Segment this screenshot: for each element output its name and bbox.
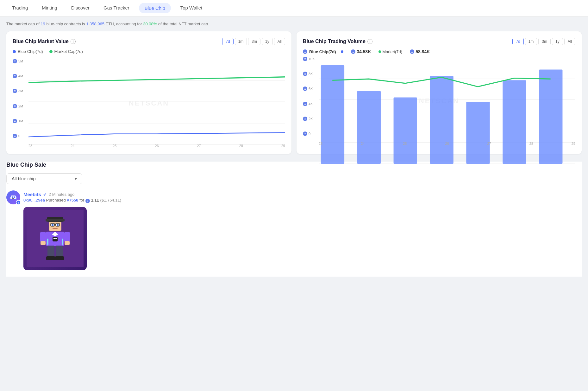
market-cap-description: The market cap of 19 blue-chip contracts… bbox=[6, 22, 582, 26]
vol-y-2k: Ξ2K bbox=[303, 117, 315, 121]
vol-x-26: 26 bbox=[445, 142, 449, 145]
trading-volume-filter-all[interactable]: All bbox=[564, 38, 575, 45]
trading-volume-y-axis: Ξ10K Ξ8K Ξ6K Ξ4K Ξ2K Ξ0 bbox=[303, 57, 315, 136]
trading-volume-filter-7d[interactable]: 7d bbox=[512, 38, 523, 45]
vol-blue-chip-value: 34.58K bbox=[357, 49, 371, 54]
market-value-filter-3m[interactable]: 3m bbox=[248, 38, 260, 45]
market-value-filter-7d[interactable]: 7d bbox=[222, 38, 233, 45]
filter-dropdown-label: All blue chip bbox=[12, 176, 36, 181]
sale-item: $ Meebits ✔ 2 Minutes ago 0x90...29ea Pu… bbox=[6, 190, 582, 270]
trading-volume-filter-1m[interactable]: 1m bbox=[525, 38, 537, 45]
svg-rect-16 bbox=[466, 102, 490, 164]
vol-x-29: 29 bbox=[572, 142, 575, 145]
vol-y-8k: Ξ8K bbox=[303, 72, 315, 76]
market-value-filter-1y[interactable]: 1y bbox=[262, 38, 273, 45]
token-id[interactable]: #7558 bbox=[67, 198, 78, 202]
y-label-4m: Ξ4M bbox=[13, 74, 23, 78]
verified-icon: ✔ bbox=[43, 192, 47, 197]
legend-dot-blue bbox=[13, 50, 16, 53]
wallet-address[interactable]: 0x90...29ea bbox=[23, 198, 45, 202]
svg-rect-17 bbox=[503, 80, 526, 164]
svg-rect-24 bbox=[12, 198, 14, 199]
trading-volume-chart-card: Blue Chip Trading Volume i 7d 1m 3m 1y A… bbox=[297, 31, 582, 154]
collection-name-row: Meebits ✔ 2 Minutes ago bbox=[23, 192, 121, 197]
legend-market-cap-label: Market Cap(7d) bbox=[54, 49, 83, 54]
nav-blue-chip[interactable]: Blue Chip bbox=[139, 3, 171, 13]
vol-market-label-row: Market(7d) bbox=[378, 49, 402, 54]
svg-rect-13 bbox=[357, 91, 381, 164]
x-label-28: 28 bbox=[239, 144, 243, 148]
vol-stat-blue-chip: Ξ Blue Chip(7d) bbox=[303, 49, 343, 54]
trading-volume-time-filters: 7d 1m 3m 1y All bbox=[512, 38, 575, 45]
collection-name[interactable]: Meebits bbox=[23, 192, 41, 197]
trading-volume-chart-area: NETSCAN Ξ10K Ξ8K Ξ6K Ξ4K Ξ2K Ξ0 bbox=[303, 57, 575, 145]
market-value-info-icon[interactable]: i bbox=[71, 39, 76, 44]
svg-rect-21 bbox=[16, 197, 16, 199]
vol-y-0: Ξ0 bbox=[303, 131, 315, 136]
vol-dot-blue bbox=[341, 50, 343, 53]
charts-row: Blue Chip Market Value i 7d 1m 3m 1y All… bbox=[6, 31, 582, 154]
nav-top-wallet[interactable]: Top Wallet bbox=[175, 0, 208, 16]
y-label-0: Ξ0 bbox=[13, 134, 23, 138]
x-label-23: 23 bbox=[28, 144, 32, 148]
legend-blue-chip-label: Blue Chip(7d) bbox=[18, 49, 43, 54]
nft-character-svg bbox=[27, 210, 84, 267]
x-label-24: 24 bbox=[71, 144, 74, 148]
vol-x-24: 24 bbox=[361, 142, 365, 145]
market-value-filter-all[interactable]: All bbox=[274, 38, 285, 45]
sale-meta: Meebits ✔ 2 Minutes ago 0x90...29ea Purc… bbox=[23, 192, 121, 203]
trading-volume-filter-1y[interactable]: 1y bbox=[552, 38, 563, 45]
nav-trading[interactable]: Trading bbox=[6, 0, 34, 16]
vol-y-10k: Ξ10K bbox=[303, 57, 315, 61]
svg-rect-23 bbox=[14, 196, 15, 198]
market-value-time-filters: 7d 1m 3m 1y All bbox=[222, 38, 285, 45]
trading-volume-x-axis: 23 24 25 26 27 28 29 bbox=[319, 142, 575, 145]
x-label-27: 27 bbox=[197, 144, 201, 148]
market-cap-suffix: of the total NFT market cap. bbox=[157, 22, 209, 26]
svg-rect-20 bbox=[10, 197, 11, 199]
svg-rect-51 bbox=[47, 239, 48, 245]
sale-section: Blue Chip Sale All blue chip ▾ $ bbox=[6, 162, 582, 277]
nav-discover[interactable]: Discover bbox=[66, 0, 95, 16]
trading-volume-filter-3m[interactable]: 3m bbox=[538, 38, 551, 45]
market-value-chart-card: Blue Chip Market Value i 7d 1m 3m 1y All… bbox=[6, 31, 291, 154]
main-content: The market cap of 19 blue-chip contracts… bbox=[0, 16, 588, 282]
legend-dot-green bbox=[49, 50, 53, 53]
vol-blue-chip-value-row: Ξ 34.58K bbox=[351, 49, 371, 54]
x-label-29: 29 bbox=[281, 144, 285, 148]
filter-dropdown[interactable]: All blue chip ▾ bbox=[6, 173, 82, 184]
trading-volume-svg bbox=[319, 57, 575, 164]
svg-rect-18 bbox=[539, 70, 562, 164]
svg-rect-42 bbox=[53, 238, 55, 239]
dropdown-arrow-icon: ▾ bbox=[75, 176, 77, 181]
time-ago: 2 Minutes ago bbox=[49, 192, 75, 197]
vol-x-25: 25 bbox=[403, 142, 407, 145]
legend-blue-chip: Blue Chip(7d) bbox=[13, 49, 43, 54]
vol-dot-green bbox=[378, 50, 381, 53]
svg-rect-44 bbox=[53, 240, 54, 241]
svg-rect-49 bbox=[46, 256, 55, 260]
svg-rect-37 bbox=[40, 232, 46, 242]
vol-blue-chip-label: Blue Chip(7d) bbox=[309, 49, 336, 54]
avatar-badge-icon: $ bbox=[16, 200, 21, 205]
y-label-3m: Ξ3M bbox=[13, 89, 23, 93]
sale-price-eth: 1.11 bbox=[91, 198, 99, 202]
svg-rect-46 bbox=[56, 240, 57, 241]
nft-image bbox=[23, 207, 87, 270]
market-cap-eth-suffix: ETH, accounting for bbox=[104, 22, 143, 26]
vol-eth-icon-3: Ξ bbox=[410, 49, 414, 54]
nav-gas-tracker[interactable]: Gas Tracker bbox=[98, 0, 135, 16]
svg-rect-34 bbox=[53, 228, 58, 229]
vol-x-23: 23 bbox=[319, 142, 322, 145]
nav-minting[interactable]: Minting bbox=[36, 0, 63, 16]
market-value-filter-1m[interactable]: 1m bbox=[235, 38, 247, 45]
trading-volume-info-icon[interactable]: i bbox=[367, 39, 372, 44]
trading-volume-header: Blue Chip Trading Volume i 7d 1m 3m 1y A… bbox=[303, 38, 575, 45]
y-label-2m: Ξ2M bbox=[13, 104, 23, 108]
market-value-x-axis: 23 24 25 26 27 28 29 bbox=[28, 144, 285, 148]
volume-stats: Ξ Blue Chip(7d) Ξ 34.58K Market(7d) Ξ 58… bbox=[303, 49, 575, 54]
svg-rect-45 bbox=[54, 240, 55, 241]
sale-for: for bbox=[79, 198, 85, 202]
top-navigation: Trading Minting Discover Gas Tracker Blu… bbox=[0, 0, 588, 16]
vol-eth-icon-2: Ξ bbox=[351, 49, 355, 54]
